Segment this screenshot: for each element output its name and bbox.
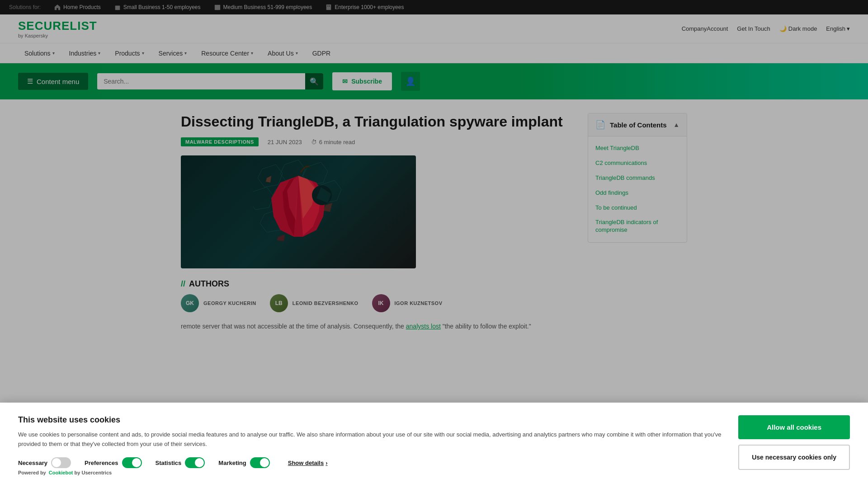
cookie-overlay: This website uses cookies We use cookies…	[0, 0, 868, 346]
